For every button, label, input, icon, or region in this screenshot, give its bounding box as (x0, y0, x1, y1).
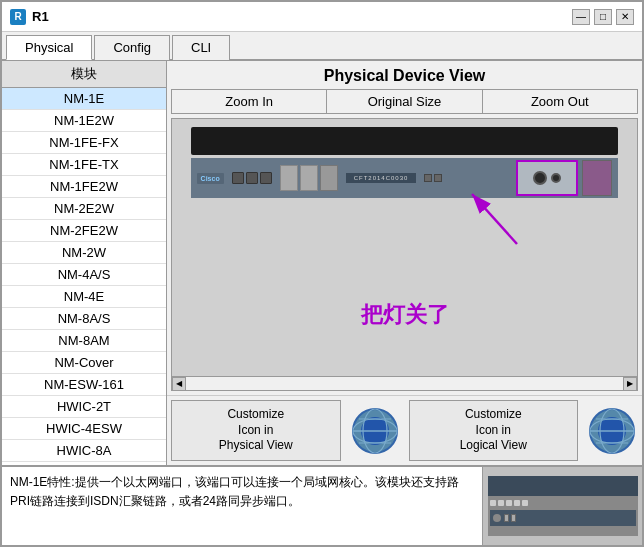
sidebar-item-nm1fe2w[interactable]: NM-1FE2W (2, 176, 166, 198)
horizontal-scrollbar[interactable]: ◀ ▶ (172, 376, 637, 390)
title-bar-left: R R1 (10, 9, 49, 25)
annotation-label: 把灯关了 (361, 302, 449, 327)
thumb-port (498, 500, 504, 506)
sidebar-item-nmcover[interactable]: NM-Cover (2, 352, 166, 374)
rack-port-small (434, 174, 442, 182)
thumb-port (506, 500, 512, 506)
thumb-rack-top (488, 476, 638, 496)
rack-port (232, 172, 244, 184)
zoom-in-button[interactable]: Zoom In (172, 90, 327, 113)
rack-top (191, 127, 619, 155)
thumb-slot (504, 514, 509, 522)
title-bar: R R1 — □ ✕ (2, 2, 642, 32)
rack-brand-label: Cisco (197, 173, 224, 184)
rack-port (260, 172, 272, 184)
device-thumbnail (488, 476, 638, 536)
rack-ports-group (232, 172, 272, 184)
sidebar-item-nm2fe2w[interactable]: NM-2FE2W (2, 220, 166, 242)
rack-middle: Cisco C (191, 158, 619, 198)
zoom-out-button[interactable]: Zoom Out (483, 90, 637, 113)
sidebar-item-nm1e[interactable]: NM-1E (2, 88, 166, 110)
annotation-arrow-group (457, 174, 537, 257)
main-window: R R1 — □ ✕ Physical Config CLI 模块 NM-1E … (0, 0, 644, 547)
svg-line-1 (472, 194, 517, 244)
sidebar-item-nm1fe-tx[interactable]: NM-1FE-TX (2, 154, 166, 176)
close-button[interactable]: ✕ (616, 9, 634, 25)
sidebar-item-nm1e2w[interactable]: NM-1E2W (2, 110, 166, 132)
thumb-ports-mid (504, 514, 516, 522)
tab-physical[interactable]: Physical (6, 35, 92, 60)
scroll-left-button[interactable]: ◀ (172, 377, 186, 391)
sidebar-item-nm4e[interactable]: NM-4E (2, 286, 166, 308)
sidebar-header: 模块 (2, 61, 166, 88)
module-list: NM-1E NM-1E2W NM-1FE-FX NM-1FE-TX NM-1FE… (2, 88, 166, 465)
sidebar-item-nm1fe-fx[interactable]: NM-1FE-FX (2, 132, 166, 154)
scroll-right-button[interactable]: ▶ (623, 377, 637, 391)
device-view: Cisco C (171, 118, 638, 391)
device-thumbnail-area (482, 467, 642, 545)
thumb-port (490, 500, 496, 506)
rack-right-ports (424, 174, 442, 182)
customize-logical-button[interactable]: Customize Icon in Logical View (409, 400, 579, 461)
sidebar-item-nm4as[interactable]: NM-4A/S (2, 264, 166, 286)
tab-config[interactable]: Config (94, 35, 170, 60)
window-controls: — □ ✕ (572, 9, 634, 25)
scroll-track[interactable] (186, 377, 623, 391)
minimize-button[interactable]: — (572, 9, 590, 25)
maximize-button[interactable]: □ (594, 9, 612, 25)
sidebar: 模块 NM-1E NM-1E2W NM-1FE-FX NM-1FE-TX NM-… (2, 61, 167, 465)
tab-bar: Physical Config CLI (2, 32, 642, 61)
app-icon: R (10, 9, 26, 25)
panel-title: Physical Device View (167, 61, 642, 89)
rack-serial-label: CFT2014C0030 (346, 173, 417, 183)
rack-port (246, 172, 258, 184)
thumb-light (493, 514, 501, 522)
sidebar-item-hwic2t[interactable]: HWIC-2T (2, 396, 166, 418)
router-icon-logical (586, 405, 638, 457)
thumb-port (522, 500, 528, 506)
info-description: NM-1E特性:提供一个以太网端口，该端口可以连接一个局域网核心。该模块还支持路… (2, 467, 482, 545)
content-area: 模块 NM-1E NM-1E2W NM-1FE-FX NM-1FE-TX NM-… (2, 61, 642, 465)
rack-slot (280, 165, 298, 191)
window-title: R1 (32, 9, 49, 24)
bottom-info-panel: NM-1E特性:提供一个以太网端口，该端口可以连接一个局域网核心。该模块还支持路… (2, 465, 642, 545)
bottom-buttons-row: Customize Icon in Physical View Customiz… (167, 395, 642, 465)
rack-port-small (424, 174, 432, 182)
rack-slots (280, 165, 338, 191)
sidebar-item-nm8as[interactable]: NM-8A/S (2, 308, 166, 330)
device-rack: Cisco C (172, 127, 637, 198)
zoom-bar: Zoom In Original Size Zoom Out (171, 89, 638, 114)
rack-slot (320, 165, 338, 191)
sidebar-item-nmesw161[interactable]: NM-ESW-161 (2, 374, 166, 396)
customize-physical-button[interactable]: Customize Icon in Physical View (171, 400, 341, 461)
annotation-text-container: 把灯关了 (361, 300, 449, 330)
thumb-port (514, 500, 520, 506)
sidebar-item-hwic4esw[interactable]: HWIC-4ESW (2, 418, 166, 440)
original-size-button[interactable]: Original Size (327, 90, 482, 113)
thumb-slot (511, 514, 516, 522)
router-svg-logical (588, 407, 636, 455)
side-module (582, 160, 612, 196)
tab-cli[interactable]: CLI (172, 35, 230, 60)
thumb-ports-row (488, 498, 638, 508)
router-svg-physical (351, 407, 399, 455)
sidebar-item-nm8am[interactable]: NM-8AM (2, 330, 166, 352)
arrow-svg (457, 174, 537, 254)
main-panel: Physical Device View Zoom In Original Si… (167, 61, 642, 465)
sidebar-item-nm2w[interactable]: NM-2W (2, 242, 166, 264)
rack-slot (300, 165, 318, 191)
router-icon-physical (349, 405, 401, 457)
sidebar-item-nm2e2w[interactable]: NM-2E2W (2, 198, 166, 220)
thumb-rack-mid (490, 510, 636, 526)
module-port (551, 173, 561, 183)
sidebar-item-hwic8a[interactable]: HWIC-8A (2, 440, 166, 462)
